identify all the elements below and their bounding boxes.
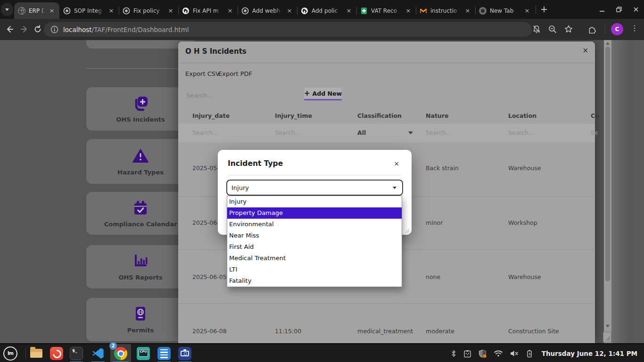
- filter-chevron-down-icon[interactable]: [408, 132, 413, 134]
- wifi-icon[interactable]: [494, 350, 503, 357]
- add-new-label: Add New: [313, 90, 342, 97]
- chrome-icon: [114, 347, 127, 360]
- tab-close-icon[interactable]: ×: [48, 7, 56, 15]
- clock[interactable]: Thursday June 12, 1:41 PM: [542, 350, 637, 357]
- tab-close-icon[interactable]: ×: [286, 7, 293, 15]
- chrome-window-button-active[interactable]: 2: [110, 344, 131, 362]
- dropdown-option-fatality[interactable]: Fatality: [227, 275, 402, 287]
- dialog-title: Incident Type: [228, 159, 283, 168]
- browser-tab-vat[interactable]: VAT Reco ×: [356, 2, 416, 19]
- browser-tab-fix-policy[interactable]: Fix policy ×: [119, 2, 178, 19]
- dropdown-option-first-aid[interactable]: First Aid: [227, 241, 402, 253]
- new-tab-button[interactable]: +: [537, 3, 551, 16]
- chevron-down-icon: [5, 8, 9, 11]
- tab-search-button[interactable]: [1, 3, 13, 16]
- site-info-icon[interactable]: [50, 25, 58, 33]
- firefox-icon: [50, 347, 63, 360]
- mint-menu-button[interactable]: lm: [3, 346, 17, 361]
- url-path: /TAF/FrontEnd/Dashboard.html: [92, 26, 189, 33]
- dropdown-option-near-miss[interactable]: Near Miss: [227, 230, 402, 241]
- terminal-window-button[interactable]: $_: [70, 347, 83, 360]
- warning-triangle-icon: [132, 148, 149, 165]
- github-favicon: [182, 7, 190, 15]
- address-bar[interactable]: localhost/TAF/FrontEnd/Dashboard.html: [44, 22, 532, 37]
- sheets-favicon: [360, 7, 368, 15]
- dropdown-option-environmental[interactable]: Environmental: [227, 219, 402, 230]
- extensions-puzzle-icon[interactable]: [587, 25, 597, 36]
- permit-passport-icon: [132, 305, 149, 322]
- add-new-button[interactable]: + Add New: [304, 88, 342, 100]
- column-header: Classification: [357, 112, 402, 119]
- minimize-button[interactable]: [599, 6, 605, 13]
- browser-tab-sop[interactable]: SOP Integ ×: [59, 2, 119, 19]
- dialog-close-icon[interactable]: ×: [394, 160, 399, 167]
- bluetooth-icon[interactable]: [450, 350, 457, 357]
- cell-location: Warehouse: [508, 273, 541, 280]
- profile-avatar[interactable]: C: [611, 23, 623, 35]
- filter-input-injury-date[interactable]: Search...: [192, 129, 218, 136]
- tab-close-icon[interactable]: ×: [345, 7, 353, 15]
- bookmark-star-icon[interactable]: [564, 25, 573, 36]
- screenshot-window-button[interactable]: [178, 347, 191, 360]
- dropdown-option-medical-treatment[interactable]: Medical Treatment: [227, 253, 402, 264]
- incident-type-select[interactable]: Injury: [226, 180, 403, 196]
- firewall-shield-icon[interactable]: [478, 349, 487, 358]
- cell-classification: medical_treatment: [357, 328, 413, 335]
- tab-close-icon[interactable]: ×: [107, 7, 115, 15]
- clipboard-icon[interactable]: [463, 350, 471, 358]
- notifications-blocked-icon[interactable]: [532, 25, 541, 36]
- dropdown-option-property-damage[interactable]: Property Damage: [227, 207, 402, 219]
- browser-tab-gmail[interactable]: instructio ×: [416, 2, 475, 19]
- bar-chart-icon: [132, 253, 149, 270]
- tab-label: ERP Dash: [29, 8, 45, 14]
- browser-tab-fix-api[interactable]: Fix API m ×: [178, 2, 238, 19]
- browser-tab-add-policy[interactable]: Add polic ×: [297, 2, 356, 19]
- tab-close-icon[interactable]: ×: [523, 7, 531, 15]
- filter-select-classification[interactable]: All: [357, 129, 366, 136]
- tab-close-icon[interactable]: ×: [464, 7, 471, 15]
- desktop: ERP Dash × SOP Integ × Fix policy × Fix …: [0, 0, 644, 362]
- scrollbar-up-arrow[interactable]: [606, 42, 610, 45]
- browser-favicon: [479, 7, 487, 15]
- tab-close-icon[interactable]: ×: [405, 7, 412, 15]
- export-csv-button[interactable]: Export CSV: [185, 70, 220, 77]
- filter-input-nature[interactable]: Search...: [426, 129, 452, 136]
- browser-tab-add-webhook[interactable]: Add webh ×: [238, 2, 297, 19]
- close-window-button[interactable]: [633, 6, 639, 13]
- select-chevron-icon: [393, 187, 396, 189]
- cpu-x-launcher[interactable]: CPU: [137, 347, 150, 360]
- filter-input-location[interactable]: Search...: [508, 129, 534, 136]
- dropdown-option-injury[interactable]: Injury: [227, 196, 402, 207]
- browser-tab-erp-dashboard[interactable]: ERP Dash ×: [14, 2, 59, 19]
- modal-close-icon[interactable]: ×: [582, 46, 588, 55]
- vscode-window-button[interactable]: [91, 347, 105, 360]
- dropdown-option-lti[interactable]: LTI: [227, 264, 402, 275]
- forward-button[interactable]: [20, 25, 29, 36]
- files-launcher[interactable]: [30, 347, 43, 360]
- browser-menu-icon[interactable]: ⋮: [631, 24, 638, 33]
- scrollbar-resize-corner[interactable]: [603, 332, 611, 342]
- zoom-out-icon[interactable]: [548, 25, 557, 36]
- text-editor-window-button[interactable]: [157, 347, 171, 360]
- table-row[interactable]: 2025-06-08 11:15:00 medical_treatment mo…: [178, 304, 595, 343]
- browser-tab-new-tab[interactable]: New Tab ×: [475, 2, 535, 19]
- tab-close-icon[interactable]: ×: [167, 7, 174, 15]
- restore-button[interactable]: [616, 6, 622, 13]
- filter-input-injury-time[interactable]: Search...: [275, 129, 301, 136]
- dialog-resize-grip[interactable]: [404, 227, 410, 232]
- volume-muted-icon[interactable]: [510, 350, 519, 357]
- firefox-launcher[interactable]: [50, 347, 63, 360]
- scrollbar-down-arrow[interactable]: [606, 325, 610, 328]
- page-scrollbar-thumb[interactable]: [605, 47, 610, 281]
- table-search-input[interactable]: Search...: [186, 92, 213, 99]
- battery-charging-icon[interactable]: [526, 349, 533, 358]
- cell-nature: moderate: [426, 328, 454, 335]
- filter-input-cut[interactable]: Se: [591, 129, 598, 136]
- screenshot-tool-icon: [178, 347, 191, 360]
- export-pdf-button[interactable]: Export PDF: [218, 70, 252, 77]
- back-button[interactable]: [5, 25, 14, 36]
- reload-button[interactable]: [33, 25, 42, 36]
- tab-label: Add webh: [252, 8, 282, 14]
- cell-location: Warehouse: [508, 165, 541, 172]
- tab-close-icon[interactable]: ×: [226, 7, 234, 15]
